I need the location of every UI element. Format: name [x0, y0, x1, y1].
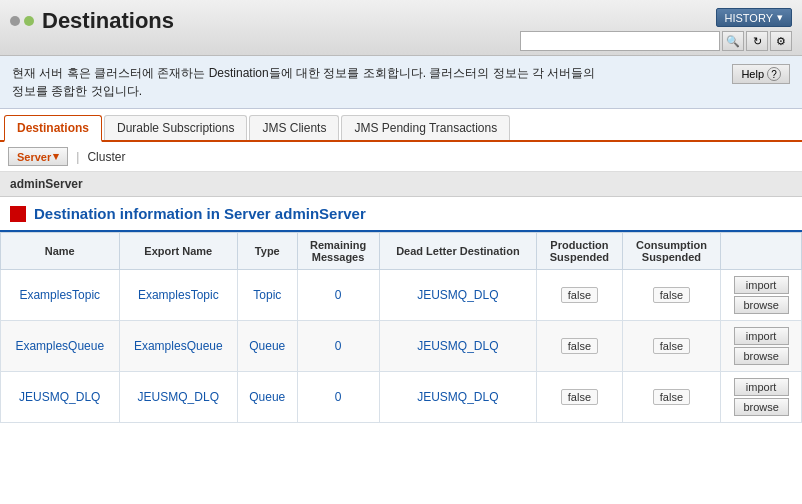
- cell-export-name-link[interactable]: ExamplesQueue: [134, 339, 223, 353]
- prod-suspended-badge: false: [561, 389, 598, 405]
- cell-name-link[interactable]: ExamplesTopic: [19, 288, 100, 302]
- filter-bar: Server ▾ | Cluster: [0, 142, 802, 172]
- cell-prod-suspended: false: [537, 270, 623, 321]
- cons-suspended-badge: false: [653, 389, 690, 405]
- server-filter-button[interactable]: Server ▾: [8, 147, 68, 166]
- header-right: HISTORY ▾ 🔍 ↻ ⚙: [520, 8, 792, 51]
- info-text: 현재 서버 혹은 클러스터에 존재하는 Destination들에 대한 정보를…: [12, 64, 595, 100]
- search-row: 🔍 ↻ ⚙: [520, 31, 792, 51]
- cell-export-name[interactable]: ExamplesTopic: [119, 270, 238, 321]
- section-title-text: Destination information in Server adminS…: [34, 205, 366, 222]
- settings-button[interactable]: ⚙: [770, 31, 792, 51]
- browse-button[interactable]: browse: [734, 347, 789, 365]
- cell-export-name[interactable]: ExamplesQueue: [119, 321, 238, 372]
- import-button[interactable]: import: [734, 378, 789, 396]
- tabs-bar: Destinations Durable Subscriptions JMS C…: [0, 109, 802, 142]
- tab-jms-clients[interactable]: JMS Clients: [249, 115, 339, 140]
- cell-dead-letter-link[interactable]: JEUSMQ_DLQ: [417, 390, 498, 404]
- cell-remaining-link[interactable]: 0: [335, 339, 342, 353]
- prod-suspended-badge: false: [561, 338, 598, 354]
- cell-name-link[interactable]: JEUSMQ_DLQ: [19, 390, 100, 404]
- col-header-type: Type: [238, 233, 297, 270]
- cell-name[interactable]: ExamplesQueue: [1, 321, 120, 372]
- cell-dead-letter[interactable]: JEUSMQ_DLQ: [379, 321, 537, 372]
- prod-suspended-badge: false: [561, 287, 598, 303]
- cell-name[interactable]: JEUSMQ_DLQ: [1, 372, 120, 423]
- cell-cons-suspended: false: [622, 270, 721, 321]
- cons-suspended-badge: false: [653, 287, 690, 303]
- info-line1: 현재 서버 혹은 클러스터에 존재하는 Destination들에 대한 정보를…: [12, 64, 595, 82]
- status-dots: [10, 16, 34, 26]
- tab-jms-clients-label: JMS Clients: [262, 121, 326, 135]
- refresh-icon: ↻: [753, 35, 762, 48]
- browse-button[interactable]: browse: [734, 398, 789, 416]
- refresh-button[interactable]: ↻: [746, 31, 768, 51]
- server-section-header: adminServer: [0, 172, 802, 197]
- cell-prod-suspended: false: [537, 321, 623, 372]
- cell-dead-letter[interactable]: JEUSMQ_DLQ: [379, 372, 537, 423]
- tab-jms-pending[interactable]: JMS Pending Transactions: [341, 115, 510, 140]
- cell-type: Queue: [238, 372, 297, 423]
- col-header-prod-suspended: ProductionSuspended: [537, 233, 623, 270]
- search-input[interactable]: [520, 31, 720, 51]
- tab-destinations-label: Destinations: [17, 121, 89, 135]
- help-icon: ?: [767, 67, 781, 81]
- info-line2: 정보를 종합한 것입니다.: [12, 82, 595, 100]
- server-filter-chevron-icon: ▾: [53, 150, 59, 163]
- cons-suspended-badge: false: [653, 338, 690, 354]
- header: Destinations HISTORY ▾ 🔍 ↻ ⚙: [0, 0, 802, 56]
- col-header-remaining: RemainingMessages: [297, 233, 379, 270]
- history-label: HISTORY: [725, 12, 774, 24]
- cell-type: Topic: [238, 270, 297, 321]
- search-icon: 🔍: [726, 35, 740, 48]
- tab-durable-subscriptions[interactable]: Durable Subscriptions: [104, 115, 247, 140]
- server-name: adminServer: [10, 177, 83, 191]
- tab-destinations[interactable]: Destinations: [4, 115, 102, 142]
- settings-icon: ⚙: [776, 35, 786, 48]
- history-button[interactable]: HISTORY ▾: [716, 8, 793, 27]
- cell-cons-suspended: false: [622, 321, 721, 372]
- search-button[interactable]: 🔍: [722, 31, 744, 51]
- cell-remaining-link[interactable]: 0: [335, 288, 342, 302]
- help-label: Help: [741, 68, 764, 80]
- help-button[interactable]: Help ?: [732, 64, 790, 84]
- cell-export-name-link[interactable]: ExamplesTopic: [138, 288, 219, 302]
- cell-actions: importbrowse: [721, 321, 802, 372]
- cell-remaining[interactable]: 0: [297, 270, 379, 321]
- cell-export-name-link[interactable]: JEUSMQ_DLQ: [138, 390, 219, 404]
- import-button[interactable]: import: [734, 276, 789, 294]
- cell-dead-letter-link[interactable]: JEUSMQ_DLQ: [417, 288, 498, 302]
- import-button[interactable]: import: [734, 327, 789, 345]
- server-filter-label: Server: [17, 151, 51, 163]
- cell-name[interactable]: ExamplesTopic: [1, 270, 120, 321]
- cell-type: Queue: [238, 321, 297, 372]
- section-icon: [10, 206, 26, 222]
- cell-remaining[interactable]: 0: [297, 321, 379, 372]
- section-title-bar: Destination information in Server adminS…: [0, 197, 802, 232]
- cell-dead-letter-link[interactable]: JEUSMQ_DLQ: [417, 339, 498, 353]
- cell-export-name[interactable]: JEUSMQ_DLQ: [119, 372, 238, 423]
- header-title-area: Destinations: [10, 8, 174, 34]
- history-chevron-icon: ▾: [777, 11, 783, 24]
- tab-durable-subscriptions-label: Durable Subscriptions: [117, 121, 234, 135]
- filter-separator: |: [72, 150, 83, 164]
- cell-remaining[interactable]: 0: [297, 372, 379, 423]
- dot-gray: [10, 16, 20, 26]
- info-banner: 현재 서버 혹은 클러스터에 존재하는 Destination들에 대한 정보를…: [0, 56, 802, 109]
- cell-remaining-link[interactable]: 0: [335, 390, 342, 404]
- tab-jms-pending-label: JMS Pending Transactions: [354, 121, 497, 135]
- cell-name-link[interactable]: ExamplesQueue: [15, 339, 104, 353]
- table-row: ExamplesTopicExamplesTopicTopic0JEUSMQ_D…: [1, 270, 802, 321]
- col-header-cons-suspended: ConsumptionSuspended: [622, 233, 721, 270]
- cell-cons-suspended: false: [622, 372, 721, 423]
- col-header-export-name: Export Name: [119, 233, 238, 270]
- col-header-name: Name: [1, 233, 120, 270]
- page-title: Destinations: [42, 8, 174, 34]
- cell-prod-suspended: false: [537, 372, 623, 423]
- browse-button[interactable]: browse: [734, 296, 789, 314]
- table-row: ExamplesQueueExamplesQueueQueue0JEUSMQ_D…: [1, 321, 802, 372]
- cell-actions: importbrowse: [721, 372, 802, 423]
- cluster-filter-label: Cluster: [87, 150, 125, 164]
- cell-dead-letter[interactable]: JEUSMQ_DLQ: [379, 270, 537, 321]
- destinations-table: Name Export Name Type RemainingMessages …: [0, 232, 802, 423]
